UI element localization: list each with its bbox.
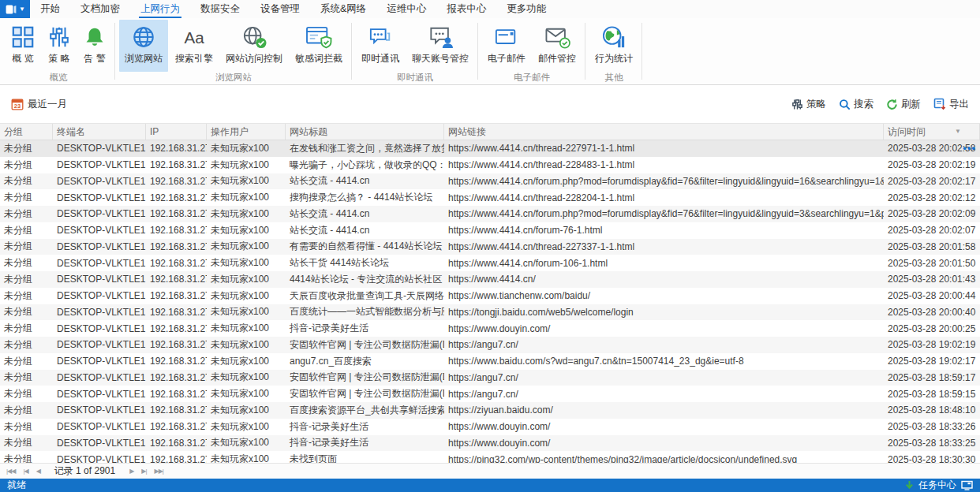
cell-title: 安固软件官网 | 专注公司数据防泄漏(DLP)，... — [286, 338, 444, 352]
cell-time: 2025-03-28 20:02:17 — [884, 176, 980, 187]
cell-url: https://www.baidu.com/s?wd=angu7.cn&tn=1… — [444, 356, 884, 367]
cell-user: 未知玩家x100 — [207, 355, 286, 368]
toolbar-action-search[interactable]: 搜索 — [839, 98, 873, 111]
column-header-6[interactable]: 网站链接 — [444, 124, 884, 140]
cell-ip: 192.168.31.27 — [146, 339, 207, 350]
table-row[interactable]: 未分组DESKTOP-VLKTLE1192.168.31.27未知玩家x100搜… — [0, 189, 980, 206]
menu-tab-8[interactable]: 报表中心 — [436, 0, 496, 18]
ribbon-button-behavior-stats[interactable]: 行为统计 — [589, 20, 638, 72]
record-count-label: 记录 1 of 2901 — [54, 464, 115, 478]
table-row[interactable]: 未分组DESKTOP-VLKTLE1192.168.31.27未知玩家x100百… — [0, 304, 980, 321]
ribbon-button-mail-control[interactable]: 邮件管控 — [533, 20, 582, 72]
mail-control-icon — [544, 25, 570, 49]
ribbon-button-alarm-bell[interactable]: 告 警 — [78, 20, 111, 72]
ribbon-button-search-engine[interactable]: Aa搜索引擎 — [170, 20, 219, 72]
cell-time: 2025-03-28 20:00:40 — [884, 307, 980, 318]
cell-time: 2025-03-28 20:01:43 — [884, 274, 980, 285]
cell-terminal: DESKTOP-VLKTLE1 — [53, 192, 146, 203]
cell-terminal: DESKTOP-VLKTLE1 — [53, 339, 146, 350]
cell-url: https://www.4414.cn/thread-228204-1-1.ht… — [444, 192, 884, 203]
ribbon-button-browse-website-globe[interactable]: 浏览网站 — [119, 20, 168, 72]
ribbon-button-website-access-control[interactable]: 网站访问控制 — [220, 20, 288, 72]
menu-tab-2[interactable]: 文档加密 — [70, 0, 130, 18]
pager-nav-left: |◀◀|◀◀ — [4, 468, 43, 475]
overview-grid-icon — [11, 25, 35, 49]
policy-sliders-small-icon — [791, 99, 803, 110]
table-row[interactable]: 未分组DESKTOP-VLKTLE1192.168.31.27未知玩家x100有… — [0, 239, 980, 255]
task-center-button[interactable]: 任务中心 — [905, 479, 973, 492]
toolbar-action-policy-sliders[interactable]: 策略 — [791, 98, 826, 111]
column-header-label: 操作用户 — [211, 124, 249, 140]
app-logo-icon — [5, 4, 17, 15]
ribbon-group-buttons: 概 览策 略告 警 — [6, 18, 111, 72]
table-row[interactable]: 未分组DESKTOP-VLKTLE1192.168.31.27未知玩家x100安… — [0, 337, 980, 353]
menu-tab-5[interactable]: 设备管理 — [250, 0, 310, 18]
table-row[interactable]: 未分组DESKTOP-VLKTLE1192.168.31.27未知玩家x100未… — [0, 451, 980, 463]
cell-user: 未知玩家x100 — [207, 240, 286, 253]
prev-page-icon[interactable]: ◀ — [34, 468, 43, 475]
table-row[interactable]: 未分组DESKTOP-VLKTLE1192.168.31.27未知玩家x100安… — [0, 370, 980, 386]
cell-time: 2025-03-28 18:30:30 — [884, 454, 980, 463]
instant-messaging-icon — [368, 25, 394, 49]
table-row[interactable]: 未分组DESKTOP-VLKTLE1192.168.31.27未知玩家x100曝… — [0, 157, 980, 173]
ribbon-button-instant-messaging[interactable]: 即时通讯 — [356, 20, 405, 72]
table-header: 分组终端名IP操作用户网站标题网站链接访问时间▼ — [0, 123, 980, 140]
column-header-2[interactable]: 终端名 — [53, 124, 146, 140]
toolbar-action-export[interactable]: 导出 — [933, 98, 969, 111]
table-row[interactable]: 未分组DESKTOP-VLKTLE1192.168.31.27未知玩家x100站… — [0, 255, 980, 271]
menu-tab-4[interactable]: 数据安全 — [190, 0, 250, 18]
cell-time: 2025-03-28 20:01:50 — [884, 258, 980, 269]
cell-ip: 192.168.31.27 — [146, 192, 207, 203]
cell-url: https://ping32.com/wp-content/themes/pin… — [444, 454, 884, 463]
cell-url: https://angu7.cn/ — [444, 372, 884, 383]
column-header-7[interactable]: 访问时间▼ — [884, 124, 980, 140]
date-range-filter[interactable]: 23 最近一月 — [11, 98, 67, 111]
ribbon-button-overview-grid[interactable]: 概 览 — [6, 20, 40, 72]
search-icon — [839, 99, 851, 110]
table-row[interactable]: 未分组DESKTOP-VLKTLE1192.168.31.27未知玩家x100安… — [0, 386, 980, 402]
column-header-label: 访问时间 — [888, 124, 926, 140]
fast-prev-icon[interactable]: |◀ — [21, 468, 30, 475]
menu-tab-1[interactable]: 开始 — [30, 0, 70, 18]
ribbon-button-policy-sliders[interactable]: 策 略 — [42, 20, 77, 72]
sort-dropdown-icon[interactable]: ▼ — [955, 124, 961, 140]
column-header-1[interactable]: 分组 — [0, 124, 53, 140]
cell-user: 未知玩家x100 — [207, 404, 286, 417]
row-actions-menu-icon[interactable]: ••• — [963, 140, 976, 157]
toolbar-action-label: 刷新 — [901, 98, 921, 111]
fast-next-icon[interactable]: ▶| — [139, 468, 148, 475]
cell-user: 未知玩家x100 — [207, 338, 286, 352]
table-row[interactable]: 未分组DESKTOP-VLKTLE1192.168.31.27未知玩家x100在… — [0, 140, 980, 157]
cell-url: https://www.4414.cn/forum-76-1.html — [444, 225, 884, 236]
table-row[interactable]: 未分组DESKTOP-VLKTLE1192.168.31.27未知玩家x100抖… — [0, 320, 980, 337]
cell-title: 有需要的自然看得懂 - 4414站长论坛 — [286, 240, 444, 253]
next-page-icon[interactable]: ▶ — [127, 468, 136, 475]
column-header-5[interactable]: 网站标题 — [286, 124, 444, 140]
menu-tab-9[interactable]: 更多功能 — [496, 0, 556, 18]
menu-tab-7[interactable]: 运维中心 — [376, 0, 436, 18]
cell-group: 未分组 — [0, 191, 53, 204]
table-row[interactable]: 未分组DESKTOP-VLKTLE1192.168.31.27未知玩家x100a… — [0, 353, 980, 370]
ribbon-button-chat-account-control[interactable]: 聊天账号管控 — [406, 20, 474, 72]
ribbon-button-email[interactable]: 电子邮件 — [482, 20, 531, 72]
table-row[interactable]: 未分组DESKTOP-VLKTLE1192.168.31.27未知玩家x100抖… — [0, 419, 980, 435]
ribbon-button-sensitive-word-block[interactable]: 敏感词拦截 — [290, 20, 348, 72]
ribbon-button-label: 浏览网站 — [125, 52, 163, 65]
table-row[interactable]: 未分组DESKTOP-VLKTLE1192.168.31.27未知玩家x100天… — [0, 288, 980, 304]
cell-group: 未分组 — [0, 224, 53, 237]
column-header-3[interactable]: IP — [146, 124, 207, 140]
table-row[interactable]: 未分组DESKTOP-VLKTLE1192.168.31.27未知玩家x100站… — [0, 222, 980, 239]
app-menu-button[interactable]: ▼ — [0, 0, 30, 18]
table-row[interactable]: 未分组DESKTOP-VLKTLE1192.168.31.27未知玩家x100站… — [0, 206, 980, 222]
menu-tab-6[interactable]: 系统&网络 — [310, 0, 376, 18]
table-row[interactable]: 未分组DESKTOP-VLKTLE1192.168.31.27未知玩家x100抖… — [0, 435, 980, 452]
toolbar-action-refresh[interactable]: 刷新 — [886, 98, 921, 111]
menu-tab-3[interactable]: 上网行为 — [130, 0, 190, 18]
column-header-4[interactable]: 操作用户 — [207, 124, 286, 140]
table-row[interactable]: 未分组DESKTOP-VLKTLE1192.168.31.27未知玩家x1004… — [0, 271, 980, 288]
table-row[interactable]: 未分组DESKTOP-VLKTLE1192.168.31.27未知玩家x100百… — [0, 402, 980, 419]
ribbon-button-label: 聊天账号管控 — [412, 52, 469, 65]
table-row[interactable]: 未分组DESKTOP-VLKTLE1192.168.31.27未知玩家x100站… — [0, 173, 980, 190]
last-page-icon[interactable]: ▶▶| — [152, 468, 166, 475]
first-page-icon[interactable]: |◀◀ — [4, 468, 17, 475]
